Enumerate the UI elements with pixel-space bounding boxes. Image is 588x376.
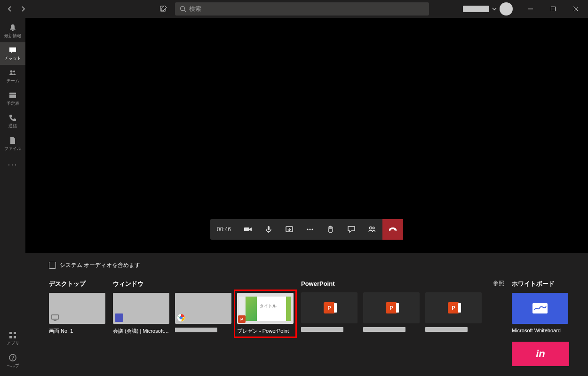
chevron-down-icon bbox=[492, 7, 497, 11]
whiteboard-header: ホワイトボード bbox=[512, 280, 555, 288]
svg-rect-18 bbox=[244, 227, 249, 231]
group-window: ウィンドウ 会議 (会議) | Microsoft Te... bbox=[113, 280, 294, 335]
browse-link[interactable]: 参照 bbox=[493, 280, 504, 288]
window-close-button[interactable] bbox=[566, 2, 585, 16]
svg-rect-14 bbox=[9, 336, 12, 338]
monitor-icon bbox=[51, 313, 59, 322]
phone-icon bbox=[8, 114, 17, 122]
avatar bbox=[500, 2, 513, 16]
svg-rect-19 bbox=[268, 226, 270, 230]
nav-back-button[interactable] bbox=[4, 3, 16, 15]
share-whiteboard[interactable]: Microsoft Whiteboard bbox=[512, 293, 568, 333]
mic-icon bbox=[264, 225, 273, 234]
whiteboard-icon bbox=[532, 303, 548, 314]
rail-calendar[interactable]: 予定表 bbox=[0, 87, 25, 110]
rail-more[interactable]: ··· bbox=[0, 155, 25, 174]
svg-point-22 bbox=[309, 228, 310, 230]
chrome-icon bbox=[177, 313, 185, 322]
svg-rect-26 bbox=[52, 315, 58, 319]
compose-button[interactable] bbox=[156, 2, 170, 16]
window-maximize-button[interactable] bbox=[544, 2, 563, 16]
include-audio-label: システム オーディオを含めます bbox=[60, 261, 140, 269]
rail-help[interactable]: ? ヘルプ bbox=[0, 350, 25, 372]
share-desktop-screen1[interactable]: 画面 No. 1 bbox=[49, 293, 105, 335]
desktop-header: デスクトップ bbox=[49, 280, 86, 288]
chat-bubble-icon bbox=[347, 225, 356, 234]
left-rail: 最新情報 チャット チーム 予定表 通話 ファイル ··· アプリ ? ヘルプ bbox=[0, 18, 25, 376]
share-window-chrome[interactable] bbox=[175, 293, 231, 335]
svg-line-2 bbox=[184, 10, 186, 12]
svg-rect-13 bbox=[14, 332, 16, 334]
chat-panel-button[interactable] bbox=[341, 219, 362, 240]
search-icon bbox=[180, 6, 186, 12]
svg-rect-12 bbox=[9, 332, 12, 334]
share-icon bbox=[285, 225, 294, 234]
more-icon bbox=[305, 225, 315, 234]
rail-teams[interactable]: チーム bbox=[0, 65, 25, 87]
window-header: ウィンドウ bbox=[113, 280, 143, 288]
window-minimize-button[interactable] bbox=[521, 2, 540, 16]
teams-icon bbox=[115, 313, 123, 322]
svg-point-7 bbox=[10, 70, 13, 72]
svg-rect-30 bbox=[532, 303, 548, 313]
apps-icon bbox=[8, 331, 17, 339]
user-name bbox=[463, 6, 489, 12]
meeting-timer: 00:46 bbox=[210, 219, 238, 240]
hand-icon bbox=[326, 225, 335, 234]
bell-icon bbox=[8, 24, 17, 32]
group-powerpoint: PowerPoint 参照 P P P bbox=[301, 280, 504, 332]
powerpoint-file-icon: P bbox=[448, 302, 459, 313]
people-icon bbox=[367, 225, 377, 234]
share-window-powerpoint[interactable]: タイトル P プレゼン - PowerPoint bbox=[235, 291, 295, 337]
svg-point-24 bbox=[370, 227, 372, 229]
include-audio-checkbox[interactable] bbox=[49, 262, 56, 269]
powerpoint-icon: P bbox=[238, 315, 246, 323]
rail-apps[interactable]: アプリ bbox=[0, 327, 25, 350]
chat-icon bbox=[8, 46, 17, 55]
hangup-icon bbox=[388, 224, 398, 235]
include-audio-row[interactable]: システム オーディオを含めます bbox=[49, 261, 569, 269]
calendar-icon bbox=[8, 91, 17, 100]
rail-files[interactable]: ファイル bbox=[0, 133, 25, 155]
group-whiteboard: ホワイトボード Microsoft Whiteboard in bbox=[512, 280, 569, 366]
svg-point-21 bbox=[307, 228, 308, 230]
titlebar: 検索 bbox=[0, 0, 588, 18]
svg-point-25 bbox=[373, 227, 374, 229]
search-input[interactable]: 検索 bbox=[175, 2, 429, 16]
people-icon bbox=[8, 69, 17, 77]
meeting-stage: 00:46 bbox=[25, 18, 588, 253]
rail-chat[interactable]: チャット bbox=[0, 42, 25, 65]
raise-hand-button[interactable] bbox=[320, 219, 341, 240]
svg-point-23 bbox=[311, 228, 313, 230]
nav-forward-button[interactable] bbox=[17, 3, 29, 15]
svg-rect-15 bbox=[14, 336, 16, 338]
svg-point-8 bbox=[13, 70, 15, 72]
share-invision[interactable]: in bbox=[512, 342, 569, 366]
camera-toggle-button[interactable] bbox=[238, 219, 258, 240]
rail-calls[interactable]: 通話 bbox=[0, 110, 25, 133]
more-actions-button[interactable] bbox=[300, 219, 320, 240]
search-placeholder: 検索 bbox=[189, 5, 201, 13]
help-icon: ? bbox=[8, 353, 17, 362]
participants-button[interactable] bbox=[362, 219, 382, 240]
camera-icon bbox=[243, 225, 253, 234]
share-ppt-file-1[interactable]: P bbox=[301, 292, 358, 332]
share-ppt-file-2[interactable]: P bbox=[363, 292, 420, 332]
powerpoint-file-icon: P bbox=[324, 302, 335, 313]
share-tray: システム オーディオを含めます デスクトップ 画面 No. 1 ウィンドウ bbox=[25, 253, 588, 376]
share-ppt-file-3[interactable]: P bbox=[425, 292, 482, 332]
user-menu[interactable] bbox=[463, 2, 513, 16]
meeting-toolbar: 00:46 bbox=[210, 219, 403, 240]
svg-rect-4 bbox=[551, 7, 556, 11]
group-desktop: デスクトップ 画面 No. 1 bbox=[49, 280, 105, 335]
share-button[interactable] bbox=[279, 219, 300, 240]
svg-point-1 bbox=[181, 7, 185, 11]
rail-activity[interactable]: 最新情報 bbox=[0, 20, 25, 42]
mic-toggle-button[interactable] bbox=[258, 219, 279, 240]
hangup-button[interactable] bbox=[382, 219, 403, 240]
svg-text:?: ? bbox=[11, 355, 14, 360]
powerpoint-file-icon: P bbox=[386, 302, 397, 313]
share-window-teams[interactable]: 会議 (会議) | Microsoft Te... bbox=[113, 293, 169, 335]
file-icon bbox=[8, 136, 17, 145]
powerpoint-header: PowerPoint bbox=[301, 280, 335, 287]
